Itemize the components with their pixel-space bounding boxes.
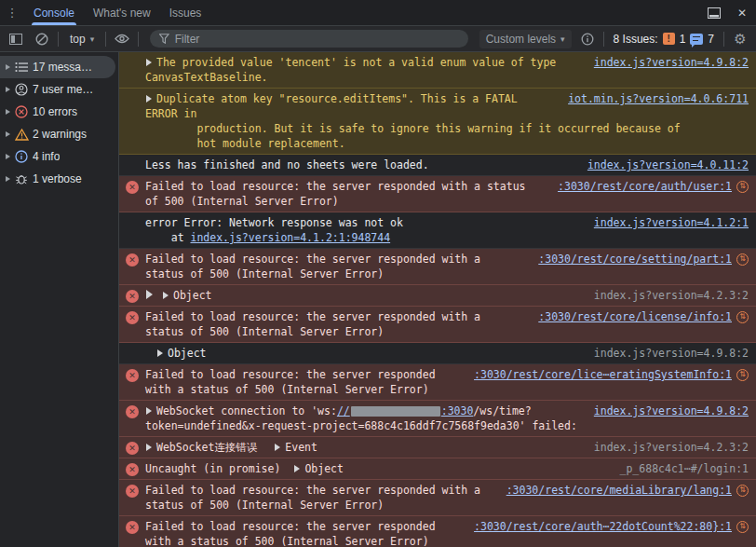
info-icon[interactable] bbox=[577, 29, 598, 49]
console-sidebar: 17 messa… 7 user me… 10 errors bbox=[0, 52, 119, 547]
console-message: ✕ index.js?version=4.2.3:2 WebSocket连接错误… bbox=[119, 437, 756, 458]
sidebar-item-user-messages[interactable]: 7 user me… bbox=[0, 78, 118, 101]
settings-gear-icon[interactable]: ⚙ bbox=[730, 29, 750, 49]
expand-arrow-icon[interactable] bbox=[146, 59, 152, 66]
message-text: Failed to load resource: the server resp… bbox=[145, 310, 487, 338]
error-icon bbox=[14, 104, 29, 119]
expand-arrow-icon[interactable] bbox=[146, 290, 153, 299]
source-link[interactable]: :3030/rest/core/lice⋯eratingSystemInfo:1 bbox=[474, 367, 732, 382]
log-levels-label: Custom levels bbox=[486, 33, 556, 46]
source-link[interactable]: _p_688c4c1⋯#/login:1 bbox=[620, 461, 749, 476]
websocket-url-link[interactable]: :3030 bbox=[441, 404, 474, 417]
source-link[interactable]: :3030/rest/core/license/info:1 bbox=[538, 309, 732, 324]
object-preview[interactable]: Object bbox=[168, 347, 207, 360]
expand-arrow-icon[interactable] bbox=[6, 64, 10, 70]
network-request-icon[interactable]: ⇅ bbox=[736, 521, 749, 533]
websocket-url-link[interactable]: // bbox=[337, 404, 350, 417]
clear-console-icon[interactable] bbox=[32, 29, 52, 49]
network-request-icon[interactable]: ⇅ bbox=[736, 181, 749, 193]
source-link[interactable]: iot.min.js?version=4.0.6:711 bbox=[568, 91, 749, 106]
sidebar-item-warnings[interactable]: 2 warnings bbox=[0, 123, 118, 145]
message-text: Uncaught (in promise) bbox=[145, 462, 280, 475]
source-link[interactable]: :3030/rest/core/setting/part:1 bbox=[538, 252, 732, 267]
sidebar-item-all-messages[interactable]: 17 messa… bbox=[0, 56, 115, 78]
redacted-host bbox=[351, 406, 440, 417]
expand-arrow-icon[interactable] bbox=[163, 292, 169, 299]
filter-input[interactable] bbox=[175, 33, 459, 46]
source-link[interactable]: index.js?version=4.1.2:1 bbox=[594, 215, 749, 230]
source-link[interactable]: index.js?version=4.9.8:2 bbox=[594, 403, 749, 418]
source-link[interactable]: index.js?version=4.0.11:2 bbox=[587, 157, 749, 172]
sidebar-item-label: 1 verbose bbox=[33, 172, 82, 185]
source-link[interactable]: :3030/rest/core/auth/user:1 bbox=[558, 179, 732, 194]
expand-arrow-icon[interactable] bbox=[157, 349, 163, 357]
info-icon bbox=[14, 149, 29, 164]
dock-side-icon[interactable] bbox=[700, 0, 728, 25]
sidebar-item-info[interactable]: 4 info bbox=[0, 145, 118, 168]
tab-console[interactable]: Console bbox=[24, 0, 84, 25]
filter-funnel-icon bbox=[159, 34, 169, 44]
toolbar-divider bbox=[105, 32, 106, 47]
close-icon[interactable]: ✕ bbox=[728, 0, 756, 25]
network-request-icon[interactable]: ⇅ bbox=[736, 485, 749, 497]
expand-arrow-icon[interactable] bbox=[6, 87, 10, 92]
toolbar-divider bbox=[138, 32, 139, 47]
sidebar-item-label: 4 info bbox=[33, 150, 60, 163]
source-link[interactable]: index.js?version=4.9.8:2 bbox=[594, 346, 749, 361]
tab-whats-new-label: What's new bbox=[93, 7, 151, 20]
console-message: index.js?version=4.1.2:1 error Error: Ne… bbox=[119, 212, 756, 249]
sidebar-item-errors[interactable]: 10 errors bbox=[0, 101, 118, 123]
sidebar-item-label: 10 errors bbox=[33, 105, 77, 118]
console-message: ! index.js?version=4.9.8:2 The provided … bbox=[119, 52, 756, 89]
network-request-icon[interactable]: ⇅ bbox=[736, 311, 749, 323]
log-levels-dropdown[interactable]: Custom levels ▾ bbox=[479, 30, 572, 48]
expand-arrow-icon[interactable] bbox=[6, 176, 10, 182]
source-link[interactable]: index.js?version=4.2.3:2 bbox=[594, 288, 749, 303]
error-icon: ✕ bbox=[126, 369, 139, 382]
source-link[interactable]: :3030/rest/core/mediaLibrary/lang:1 bbox=[506, 483, 732, 498]
error-icon: ✕ bbox=[126, 405, 139, 418]
tab-issues[interactable]: Issues bbox=[160, 0, 211, 25]
chevron-down-icon: ▾ bbox=[560, 34, 565, 44]
message-text: WebSocket connection to 'ws: bbox=[156, 404, 337, 417]
expand-arrow-icon[interactable] bbox=[294, 465, 300, 472]
console-message: index.js?version=4.9.8:2 Object bbox=[119, 343, 756, 364]
expand-arrow-icon[interactable] bbox=[6, 131, 10, 137]
expand-arrow-icon[interactable] bbox=[6, 154, 10, 159]
expand-arrow-icon[interactable] bbox=[6, 109, 10, 115]
console-message: ✕ :3030/rest/core/lice⋯eratingSystemInfo… bbox=[119, 364, 756, 401]
issues-error-count: 1 bbox=[680, 33, 686, 46]
sidebar-item-label: 17 messa… bbox=[33, 61, 92, 74]
source-link[interactable]: index.js?version=4.2.3:2 bbox=[594, 440, 749, 455]
issues-counter[interactable]: 8 Issues: ! 1 7 bbox=[610, 33, 718, 46]
expand-arrow-icon[interactable] bbox=[146, 95, 152, 103]
more-options-icon[interactable]: ⋮ bbox=[0, 0, 24, 25]
console-sidebar-toggle-icon[interactable] bbox=[6, 29, 26, 49]
javascript-context-dropdown[interactable]: top ▾ bbox=[64, 31, 100, 48]
expand-arrow-icon[interactable] bbox=[146, 444, 152, 451]
tab-whats-new[interactable]: What's new bbox=[84, 0, 160, 25]
expand-arrow-icon[interactable] bbox=[275, 444, 280, 451]
issue-message-icon bbox=[690, 34, 703, 45]
console-message: ✕ :3030/rest/core/license/info:1⇅ Failed… bbox=[119, 307, 756, 343]
sidebar-item-verbose[interactable]: 1 verbose bbox=[0, 168, 118, 190]
source-link[interactable]: index.js?version=4.9.8:2 bbox=[594, 55, 749, 70]
object-preview[interactable]: Object bbox=[304, 462, 344, 475]
network-request-icon[interactable]: ⇅ bbox=[736, 253, 749, 266]
console-message: ✕ :3030/rest/core/setting/part:1⇅ Failed… bbox=[119, 249, 756, 285]
messages-list-icon bbox=[14, 60, 29, 75]
error-icon: ✕ bbox=[126, 311, 139, 324]
filter-box[interactable] bbox=[150, 30, 467, 48]
object-preview[interactable]: Object bbox=[173, 289, 212, 302]
source-link[interactable]: :3030/rest/core/auth⋯22dotCount%22:80}:1 bbox=[474, 519, 732, 534]
expand-arrow-icon[interactable] bbox=[146, 407, 152, 415]
live-expression-eye-icon[interactable] bbox=[112, 29, 132, 49]
error-icon: ✕ bbox=[126, 442, 139, 455]
event-preview[interactable]: Event bbox=[285, 441, 317, 454]
stack-frame-link[interactable]: index.js?version=4.1.2:1:948744 bbox=[190, 231, 390, 244]
toolbar-divider bbox=[603, 32, 604, 47]
error-icon: ✕ bbox=[126, 485, 139, 498]
network-request-icon[interactable]: ⇅ bbox=[736, 369, 749, 381]
user-icon bbox=[14, 82, 29, 97]
console-message: ✕ index.js?version=4.2.3:2 Object bbox=[119, 285, 756, 307]
